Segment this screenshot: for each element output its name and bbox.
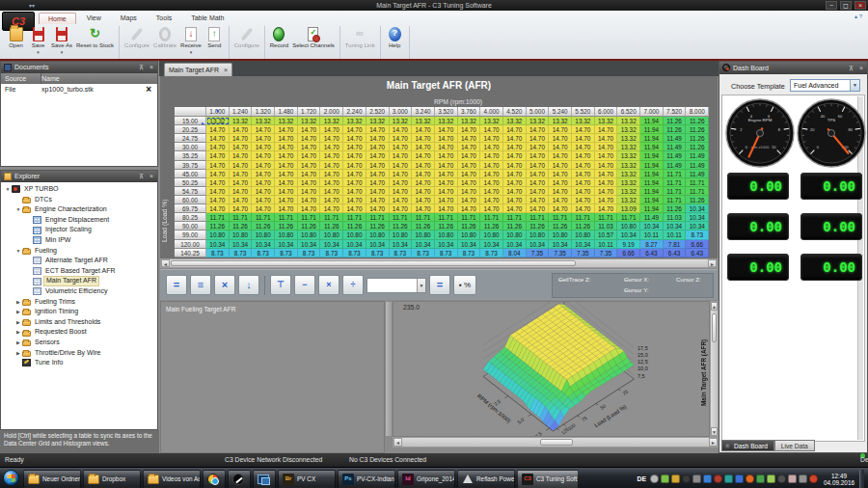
- afr-cell[interactable]: 14.70: [549, 178, 572, 187]
- afr-table[interactable]: 1.000▼1.2401.3201.4801.7202.0002.2402.52…: [175, 107, 709, 258]
- afr-cell[interactable]: 10.34: [686, 222, 709, 230]
- vertical-splitter[interactable]: [385, 301, 393, 437]
- reset-to-stock-button[interactable]: ↻Reset to Stock: [74, 26, 116, 49]
- afr-cell[interactable]: 13.32: [458, 117, 481, 125]
- afr-cell[interactable]: 10.80: [617, 222, 640, 230]
- taskbar-button-pv-cx[interactable]: BrPV CX: [278, 470, 336, 488]
- afr-cell[interactable]: 11.49: [664, 134, 687, 143]
- afr-cell[interactable]: 11.94: [640, 143, 664, 151]
- column-header-7.000[interactable]: 7.000: [640, 107, 664, 117]
- afr-cell[interactable]: 11.26: [206, 222, 230, 230]
- afr-cell[interactable]: 14.70: [435, 125, 458, 134]
- tree-expander-icon[interactable]: ▶: [14, 338, 22, 348]
- documents-column-headers[interactable]: Source Name: [1, 73, 157, 84]
- afr-cell[interactable]: 14.70: [230, 134, 253, 143]
- scroll-right-arrow[interactable]: ►: [708, 259, 717, 267]
- afr-cell[interactable]: 13.32: [572, 117, 595, 125]
- afr-cell[interactable]: 14.70: [480, 151, 503, 160]
- afr-cell[interactable]: 14.70: [572, 125, 595, 134]
- explorer-close-icon[interactable]: ×: [149, 173, 155, 179]
- afr-cell[interactable]: 14.70: [458, 196, 481, 204]
- afr-cell[interactable]: 7.35: [572, 249, 595, 258]
- afr-cell[interactable]: 14.70: [206, 143, 230, 151]
- afr-cell[interactable]: 6.43: [640, 249, 664, 258]
- tree-item-engine-characterization[interactable]: ▼Engine Characterization: [1, 204, 157, 215]
- start-button[interactable]: [3, 470, 19, 486]
- tree-item-engine-displacement[interactable]: Engine Displacement: [1, 215, 157, 226]
- afr-cell[interactable]: 14.70: [412, 170, 435, 178]
- tray-icon[interactable]: [788, 474, 797, 483]
- afr-cell[interactable]: 14.70: [320, 187, 343, 196]
- afr-cell[interactable]: 14.70: [595, 134, 618, 143]
- afr-cell[interactable]: 8.73: [343, 249, 366, 258]
- afr-cell[interactable]: 14.70: [549, 161, 572, 170]
- afr-cell[interactable]: 13.32: [617, 117, 640, 125]
- afr-cell[interactable]: 14.70: [366, 143, 390, 151]
- explorer-pin-icon[interactable]: ⊼: [139, 173, 146, 179]
- afr-cell[interactable]: 14.70: [458, 187, 481, 196]
- tree-item-dtcs[interactable]: DTCs: [1, 195, 157, 205]
- afr-cell[interactable]: 10.80: [366, 230, 390, 239]
- afr-cell[interactable]: 14.70: [595, 170, 618, 178]
- tray-icon[interactable]: [692, 474, 701, 483]
- afr-cell[interactable]: 10.34: [458, 240, 481, 249]
- afr-cell[interactable]: 14.70: [275, 187, 298, 196]
- afr-cell[interactable]: 14.70: [595, 187, 618, 196]
- column-header-3.520[interactable]: 3.520: [435, 107, 458, 117]
- afr-cell[interactable]: 14.70: [206, 196, 230, 204]
- afr-cell[interactable]: 11.71: [549, 213, 572, 222]
- afr-cell[interactable]: 13.32: [435, 117, 458, 125]
- afr-cell[interactable]: 14.70: [390, 143, 413, 151]
- afr-cell[interactable]: 11.26: [275, 222, 298, 230]
- afr-cell[interactable]: 8.73: [206, 249, 230, 258]
- afr-cell[interactable]: 10.34: [435, 240, 458, 249]
- afr-cell[interactable]: 11.94: [640, 196, 664, 204]
- afr-cell[interactable]: 14.70: [480, 125, 503, 134]
- afr-cell[interactable]: 10.34: [664, 222, 687, 230]
- afr-cell[interactable]: 14.70: [595, 196, 618, 204]
- dashboard-tab-dash-board[interactable]: Dash Board: [721, 440, 774, 451]
- afr-cell[interactable]: 14.70: [366, 170, 390, 178]
- afr-cell[interactable]: 13.32: [275, 117, 298, 125]
- afr-cell[interactable]: 11.71: [206, 213, 230, 222]
- afr-cell[interactable]: 11.71: [664, 170, 687, 178]
- afr-cell[interactable]: 11.26: [298, 222, 321, 230]
- afr-cell[interactable]: 11.26: [230, 222, 253, 230]
- afr-cell[interactable]: 14.70: [343, 151, 366, 160]
- afr-cell[interactable]: 14.70: [275, 161, 298, 170]
- taskbar-button-videos-von-ad-[interactable]: Videos von Ad...: [143, 470, 201, 488]
- column-header-1.720[interactable]: 1.720: [298, 107, 321, 117]
- afr-cell[interactable]: 14.70: [275, 196, 298, 204]
- afr-cell[interactable]: 13.32: [527, 117, 550, 125]
- afr-cell[interactable]: 14.70: [320, 170, 343, 178]
- afr-cell[interactable]: 14.70: [206, 204, 230, 213]
- afr-cell[interactable]: 14.70: [252, 134, 275, 143]
- afr-cell[interactable]: 14.70: [527, 204, 550, 213]
- tree-item-injector-scaling[interactable]: Injector Scaling: [1, 225, 157, 235]
- tree-item-requested-boost[interactable]: ▶Requested Boost: [1, 327, 157, 338]
- column-header-3.000[interactable]: 3.000: [390, 107, 413, 117]
- afr-cell[interactable]: 13.32: [617, 170, 640, 178]
- afr-cell[interactable]: 14.70: [320, 134, 343, 143]
- afr-cell[interactable]: 11.71: [664, 178, 687, 187]
- afr-cell[interactable]: 10.34: [390, 240, 413, 249]
- row-header-69.75[interactable]: 69.75: [175, 204, 206, 213]
- tree-item-throttle-drive-by-wire[interactable]: ▶Throttle/Drive By Wire: [1, 348, 157, 359]
- afr-cell[interactable]: 14.70: [366, 187, 390, 196]
- ribbon-tab-tools[interactable]: Tools: [148, 13, 180, 24]
- template-dropdown[interactable]: Fuel Advanced ▼: [790, 79, 860, 92]
- afr-cell[interactable]: 10.80: [480, 230, 503, 239]
- document-row[interactable]: Filexp1000_turbo.stk×: [1, 84, 157, 95]
- afr-cell[interactable]: 14.70: [549, 204, 572, 213]
- fill-down-icon[interactable]: ↓: [238, 275, 259, 295]
- row-header-99.00[interactable]: 99.00: [175, 230, 206, 239]
- tree-item-limits-and-thresholds[interactable]: ▶Limits and Thresholds: [1, 317, 157, 328]
- afr-cell[interactable]: 14.70: [230, 178, 253, 187]
- afr-cell[interactable]: 10.34: [640, 222, 664, 230]
- afr-cell[interactable]: 14.70: [298, 187, 321, 196]
- column-header-8.000[interactable]: 8.000: [686, 107, 709, 117]
- afr-cell[interactable]: 14.70: [366, 204, 390, 213]
- afr-cell[interactable]: 14.70: [435, 187, 458, 196]
- afr-cell[interactable]: 14.70: [412, 143, 435, 151]
- afr-cell[interactable]: 14.70: [230, 170, 253, 178]
